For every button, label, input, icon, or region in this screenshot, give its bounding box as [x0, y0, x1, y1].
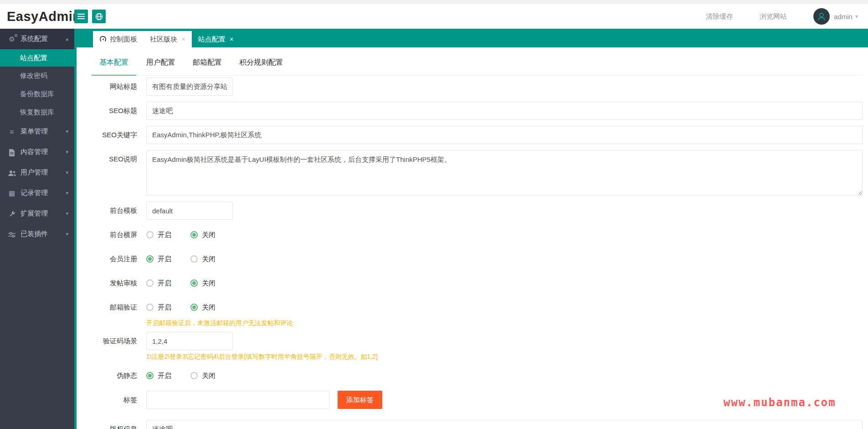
seo-title-label: SEO标题 — [77, 102, 142, 120]
radio-email-verify-on[interactable] — [146, 304, 154, 311]
subtab-email-config[interactable]: 邮箱配置 — [185, 57, 230, 75]
subtab-basic-config[interactable]: 基本配置 — [92, 57, 136, 76]
copyright-input[interactable] — [146, 420, 863, 429]
tags-label: 标签 — [77, 391, 142, 409]
refresh-globe-button[interactable] — [92, 10, 106, 23]
main-area: 控制面板 社区版块 × 站点配置 × 基本配置 用户配置 邮箱配置 积分规则配置… — [74, 29, 868, 429]
sidebar-item-user-management[interactable]: 用户管理 ▾ — [0, 162, 74, 183]
radio-post-review-on[interactable] — [146, 279, 154, 287]
sidebar-item-menu-management[interactable]: ≡ 菜单管理 ▾ — [0, 121, 74, 142]
chevron-down-icon: ▾ — [66, 149, 68, 155]
form-row: 发帖审核 开启 关闭 — [77, 274, 868, 292]
radio-member-register-off[interactable] — [190, 255, 198, 263]
sidebar: ⚙⚙ 系统配置 ▴ 站点配置 修改密码 备份数据库 恢复数据库 ≡ 菜单管理 ▾… — [0, 29, 74, 429]
seo-description-label: SEO说明 — [77, 150, 142, 196]
tab-dashboard[interactable]: 控制面板 — [93, 31, 144, 47]
form-row: SEO说明 EasyAdmin极简社区系统是基于LayUI模板制作的一套社区系统… — [77, 150, 868, 196]
hint-row: 1\注册2\登录3\忘记密码4\后台登录[填写数字时用半角括号隔开，否则无效。如… — [77, 352, 868, 361]
sidebar-item-installed-plugins[interactable]: 已装插件 ▾ — [0, 224, 74, 244]
toggle-sidebar-button[interactable] — [74, 10, 88, 23]
sidebar-item-site-config[interactable]: 站点配置 — [0, 49, 74, 67]
username[interactable]: admin — [834, 13, 853, 21]
form-row: 会员注册 开启 关闭 — [77, 250, 868, 268]
radio-post-review-off[interactable] — [190, 279, 198, 287]
globe-icon — [95, 13, 103, 21]
watermark: www.mubanma.com — [724, 396, 836, 409]
sidebar-item-content-management[interactable]: 内容管理 ▾ — [0, 142, 74, 162]
form-row: 邮箱验证 开启 关闭 — [77, 298, 868, 316]
list-icon: ≡ — [7, 128, 16, 135]
chevron-down-icon[interactable]: ▾ — [855, 13, 858, 20]
post-review-label: 发帖审核 — [77, 274, 142, 292]
config-subtabs: 基本配置 用户配置 邮箱配置 积分规则配置 — [92, 47, 863, 76]
sidebar-item-record-management[interactable]: ▦ 记录管理 ▾ — [0, 183, 74, 203]
seo-keywords-input[interactable] — [146, 126, 863, 144]
chevron-down-icon: ▾ — [66, 129, 68, 134]
form-row: SEO标题 — [77, 102, 868, 120]
form-row: 伪静态 开启 关闭 — [77, 367, 868, 385]
chevron-up-icon: ▴ — [66, 36, 68, 42]
seo-keywords-label: SEO关键字 — [77, 126, 142, 144]
tab-site-config[interactable]: 站点配置 × — [192, 31, 240, 47]
sidebar-item-label: 系统配置 — [21, 35, 48, 43]
subtab-points-rule-config[interactable]: 积分规则配置 — [231, 57, 291, 75]
tab-label: 社区版块 — [150, 31, 177, 47]
form-row: 前台横屏 开启 关闭 — [77, 226, 868, 244]
form-row: SEO关键字 — [77, 126, 868, 144]
seo-description-textarea[interactable]: EasyAdmin极简社区系统是基于LayUI模板制作的一套社区系统，后台支撑采… — [146, 150, 863, 196]
app-logo: EasyAdmin — [0, 9, 74, 24]
sidebar-item-change-password[interactable]: 修改密码 — [0, 67, 74, 85]
sliders-icon — [7, 230, 16, 238]
tab-label: 控制面板 — [110, 31, 137, 47]
sidebar-item-extension-management[interactable]: 扩展管理 ▾ — [0, 203, 74, 224]
chevron-down-icon: ▾ — [66, 231, 68, 237]
gears-icon: ⚙⚙ — [7, 35, 16, 43]
document-icon — [7, 148, 16, 156]
radio-member-register-on[interactable] — [146, 255, 154, 263]
captcha-scene-input[interactable] — [146, 332, 233, 350]
pseudo-static-label: 伪静态 — [77, 367, 142, 385]
user-avatar-icon — [817, 11, 827, 21]
radio-email-verify-off[interactable] — [190, 304, 198, 311]
captcha-scene-label: 验证码场景 — [77, 332, 142, 350]
member-register-label: 会员注册 — [77, 250, 142, 268]
sidebar-item-backup-database[interactable]: 备份数据库 — [0, 85, 74, 103]
email-verify-label: 邮箱验证 — [77, 298, 142, 316]
chevron-down-icon: ▾ — [66, 170, 68, 176]
header-right: 清除缓存 浏览网站 admin ▾ — [706, 4, 858, 29]
users-icon — [7, 169, 16, 176]
top-strip — [0, 0, 868, 4]
radio-front-landscape-off[interactable] — [190, 231, 198, 238]
add-tag-button[interactable]: 添加标签 — [338, 391, 382, 409]
hint-row: 开启邮箱验证后，未激活邮箱的用户无法发帖和评论 — [77, 318, 868, 327]
email-verify-hint: 开启邮箱验证后，未激活邮箱的用户无法发帖和评论 — [146, 319, 293, 326]
avatar[interactable] — [813, 8, 830, 25]
radio-front-landscape-on[interactable] — [146, 231, 154, 238]
hamburger-icon — [77, 14, 85, 19]
subtab-user-config[interactable]: 用户配置 — [138, 57, 183, 75]
site-title-label: 网站标题 — [77, 78, 142, 96]
form-row: 网站标题 — [77, 78, 868, 96]
clear-cache-link[interactable]: 清除缓存 — [706, 12, 733, 21]
grid-icon: ▦ — [7, 189, 16, 197]
dashboard-icon — [99, 36, 107, 43]
tags-input[interactable] — [146, 391, 329, 409]
seo-title-input[interactable] — [146, 102, 863, 120]
basic-config-form: 网站标题 SEO标题 SEO关键字 SEO说明 EasyAdmin极简社区系统是… — [77, 78, 868, 429]
captcha-scene-hint: 1\注册2\登录3\忘记密码4\后台登录[填写数字时用半角括号隔开，否则无效。如… — [146, 353, 378, 360]
tab-community-board[interactable]: 社区版块 × — [144, 31, 192, 47]
close-icon[interactable]: × — [230, 31, 234, 47]
content: 基本配置 用户配置 邮箱配置 积分规则配置 网站标题 SEO标题 SEO关键字 … — [77, 47, 868, 429]
chevron-down-icon: ▾ — [66, 211, 68, 217]
sidebar-item-system-config[interactable]: ⚙⚙ 系统配置 ▴ — [0, 29, 74, 49]
tab-label: 站点配置 — [198, 31, 226, 47]
radio-pseudo-static-on[interactable] — [146, 372, 154, 379]
front-template-input[interactable] — [146, 202, 233, 220]
form-row: 版权信息 — [77, 420, 868, 429]
front-landscape-label: 前台横屏 — [77, 226, 142, 244]
close-icon[interactable]: × — [181, 31, 185, 47]
site-title-input[interactable] — [146, 78, 233, 96]
browse-site-link[interactable]: 浏览网站 — [760, 12, 787, 21]
radio-pseudo-static-off[interactable] — [190, 372, 198, 379]
sidebar-item-restore-database[interactable]: 恢复数据库 — [0, 103, 74, 121]
